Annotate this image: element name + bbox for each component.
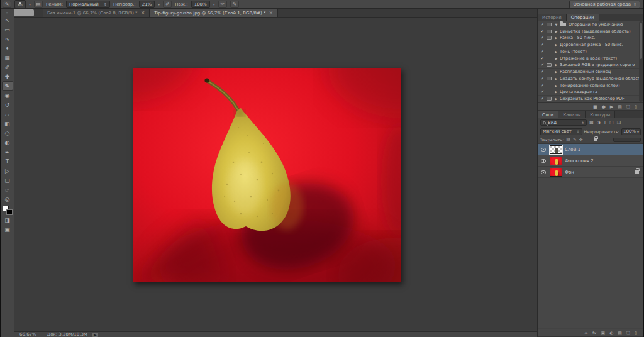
tab-история[interactable]: История [538,14,567,21]
visibility-eye-icon[interactable] [541,159,546,163]
action-check-icon[interactable]: ✓ [540,42,545,47]
pressure-opacity-icon[interactable]: ✐ [163,1,172,8]
quick-selection-tool[interactable]: ✦ [2,43,13,53]
action-check-icon[interactable]: ✓ [540,49,545,54]
flow-dropdown-icon[interactable]: ▾ [213,2,215,6]
path-selection-tool[interactable]: ▷ [2,166,13,175]
adjustment-layer-icon[interactable]: ◐ [609,331,613,336]
gradient-tool[interactable]: ◧ [2,119,13,128]
action-expand-icon[interactable]: ▶ [554,90,558,94]
action-dialog-icon[interactable] [547,77,552,80]
action-check-icon[interactable]: ✓ [540,69,545,74]
action-expand-icon[interactable]: ▶ [554,30,558,33]
tools-collapse-icon[interactable]: » [6,10,9,15]
flow-field[interactable]: 100% [191,1,210,8]
tab-каналы[interactable]: Каналы [558,111,586,118]
history-brush-tool[interactable]: ↺ [2,100,13,109]
layer-row[interactable]: Фон [538,167,643,178]
opacity-field[interactable]: 21% [139,1,155,8]
brush-tool-preset-icon[interactable]: ✎ [3,1,11,8]
action-expand-icon[interactable]: ▶ [554,50,558,53]
opacity-dropdown-icon[interactable]: ▾ [158,2,160,6]
action-row[interactable]: ✓▶Заказной RGB в градациях серого [538,62,643,69]
close-tab-icon[interactable]: × [269,10,273,16]
marquee-tool[interactable]: ▭ [2,25,13,34]
zoom-tool[interactable]: ◎ [2,194,13,204]
layer-style-icon[interactable]: fx [592,331,597,336]
document-canvas[interactable] [133,68,401,282]
record-icon[interactable]: ● [602,104,606,109]
pen-tool[interactable]: ✒ [2,147,13,157]
action-row[interactable]: ✓▶Виньетка (выделенная область) [538,28,643,35]
new-group-icon[interactable]: ▤ [618,331,622,336]
canvas-area[interactable] [14,18,537,331]
lock-transparency-icon[interactable]: ▨ [566,137,570,142]
screen-mode-icon[interactable]: ▣ [2,224,13,234]
layer-opacity-field[interactable]: 100% ▾ [621,128,641,135]
layer-name[interactable]: Фон [565,170,574,175]
layer-thumbnail[interactable] [550,168,562,177]
tab-операции[interactable]: Операции [567,14,599,21]
action-row[interactable]: ✓▶Расплавленный свинец [538,69,643,75]
layer-blend-mode-select[interactable]: Мягкий свет ⇕ [540,128,582,135]
brush-preset-picker[interactable]: 500 [14,0,26,8]
pressure-size-icon[interactable]: ✎ [230,1,239,8]
action-check-icon[interactable]: ✓ [540,22,545,27]
new-set-icon[interactable]: ▤ [618,104,622,109]
lock-all-icon[interactable] [594,138,597,141]
type-tool[interactable]: T [2,157,13,166]
action-expand-icon[interactable]: ▶ [554,63,558,67]
action-row[interactable]: ✓▶Создать контур (выделенная область) [538,75,643,82]
dodge-tool[interactable]: ◐ [2,138,13,147]
play-icon[interactable]: ▶ [610,104,613,109]
action-row[interactable]: ✓▶Рамка - 50 пикс. [538,35,643,42]
action-row[interactable]: ✓▼Операции по умолчанию [538,21,643,28]
action-row[interactable]: ✓▶Цвета квадранта [538,89,643,96]
document-tab-2[interactable]: Tip-figury-grusha.jpg @ 66,7% (Слой 1, R… [150,9,278,17]
action-expand-icon[interactable]: ▶ [554,43,558,47]
tabbar-light-button[interactable] [13,9,34,16]
zoom-field[interactable]: 66,67% [19,332,36,337]
action-expand-icon[interactable]: ▶ [554,36,558,40]
action-expand-icon[interactable]: ▼ [554,23,558,26]
action-check-icon[interactable]: ✓ [540,62,545,67]
airbrush-icon[interactable]: ✑ [218,1,227,8]
new-layer-icon[interactable]: ❏ [626,331,630,336]
filter-shape-icon[interactable]: ▢ [609,120,614,125]
action-dialog-icon[interactable] [547,30,552,33]
document-tab-1[interactable]: Без имени-1 @ 66,7% (Слой 8, RGB/8) *× [43,9,150,17]
visibility-eye-icon[interactable] [541,170,546,174]
toggle-brush-panel-icon[interactable]: ▤ [34,1,43,8]
layer-filter-select[interactable]: Вид ⇕ [540,119,587,126]
color-swatches[interactable] [3,206,13,215]
action-check-icon[interactable]: ✓ [540,35,545,40]
tab-контуры[interactable]: Контуры [586,111,615,118]
stop-icon[interactable]: ■ [593,104,597,109]
filter-type-icon[interactable]: T [604,120,606,125]
workspace-selector[interactable]: Основная рабочая среда ⇕ [569,1,640,8]
filter-pixel-icon[interactable]: ▩ [589,120,594,125]
action-dialog-icon[interactable] [547,23,552,26]
link-layers-icon[interactable]: ∞ [584,331,588,336]
crop-tool[interactable]: ▦ [2,53,13,62]
move-tool[interactable]: ↖ [2,15,13,25]
tab-слои[interactable]: Слои [538,111,558,118]
shape-tool[interactable]: ▢ [2,175,13,185]
delete-layer-icon[interactable]: ▯ [635,331,637,336]
action-dialog-icon[interactable] [547,36,552,40]
action-check-icon[interactable]: ✓ [540,29,545,34]
layer-name[interactable]: Фон копия 2 [565,158,594,163]
action-row[interactable]: ✓▶Тень (текст) [538,48,643,55]
brush-tool[interactable]: ✎ [2,81,13,91]
quick-mask-icon[interactable]: ◨ [2,215,13,224]
blur-tool[interactable]: ◌ [2,128,13,138]
filter-smart-icon[interactable]: ❏ [617,120,621,125]
action-check-icon[interactable]: ✓ [540,56,545,61]
lock-pixels-icon[interactable]: ✎ [573,137,577,142]
eyedropper-tool[interactable]: ✐ [2,62,13,72]
healing-brush-tool[interactable]: ✚ [2,72,13,81]
visibility-eye-icon[interactable] [541,148,546,152]
action-expand-icon[interactable]: ▶ [554,77,558,80]
status-menu-arrow-icon[interactable]: ▶ [92,333,98,337]
action-check-icon[interactable]: ✓ [540,83,545,88]
